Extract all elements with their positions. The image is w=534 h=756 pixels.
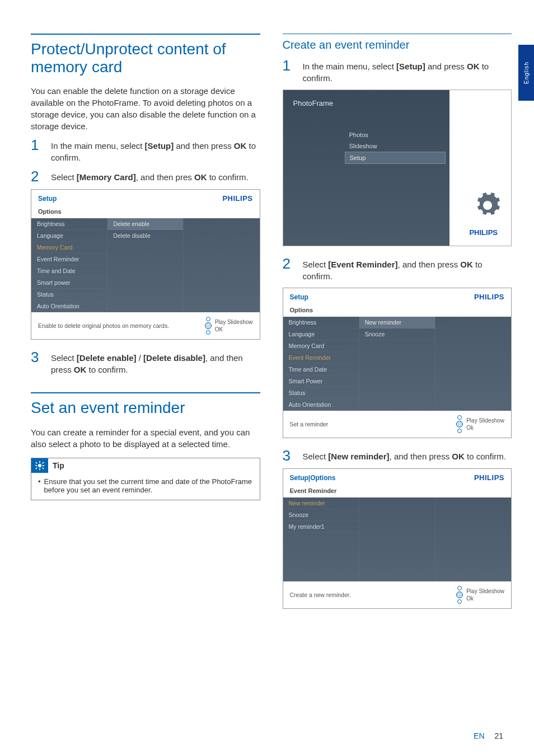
svg-rect-5 <box>35 462 38 464</box>
step-text: Select [Memory Card], and then pres OK t… <box>51 169 249 184</box>
svg-rect-1 <box>39 461 40 463</box>
menu-item: Memory Card <box>283 340 359 352</box>
menu-item: Brightness <box>31 218 107 230</box>
svg-rect-2 <box>39 468 40 470</box>
menu-item: Event Reminder <box>283 352 359 364</box>
step-text: Select [Delete enable] / [Delete disable… <box>51 350 260 375</box>
language-tab: English <box>518 45 534 101</box>
submenu-item: Delete disable <box>107 230 183 242</box>
heading-create-reminder: Create an event reminder <box>283 34 512 51</box>
menu-item: Auto Orientation <box>283 399 359 411</box>
tip-text: Ensure that you set the current time and… <box>44 477 253 494</box>
menu-item: Smart Power <box>283 375 359 387</box>
joystick-icon <box>205 317 212 335</box>
menu-item: Brightness <box>283 317 359 328</box>
shot-footer-text: Enable to delete original photos on memo… <box>38 322 169 329</box>
heading-set-reminder: Set an event reminder <box>31 392 260 417</box>
menu-item: Status <box>283 387 359 399</box>
ok-label: Ok <box>466 424 504 431</box>
play-slideshow-label: Play Slideshow <box>215 318 253 326</box>
shot-subtitle: Options <box>283 304 512 317</box>
philips-logo: PHILIPS <box>474 473 504 482</box>
heading-protect: Protect/Unprotect content of memory card <box>31 34 260 76</box>
tip-box: Tip • Ensure that you set the current ti… <box>31 458 260 500</box>
step-number: 2 <box>31 169 51 184</box>
menu-item: Time and Date <box>283 364 359 375</box>
joystick-icon <box>456 415 463 433</box>
intro-reminder: You can create a reminder for a special … <box>31 426 260 450</box>
step-text: In the main menu, select [Setup] and the… <box>51 138 260 163</box>
mainmenu-item: Setup <box>345 152 446 164</box>
menu-item: Language <box>283 328 359 340</box>
screenshot-new-reminder: Setup|Options PHILIPS Event Reminder New… <box>283 468 512 609</box>
screenshot-setup-eventreminder: Setup PHILIPS Options BrightnessLanguage… <box>283 288 512 438</box>
step-number: 1 <box>283 58 303 84</box>
screenshot-setup-memorycard: Setup PHILIPS Options BrightnessLanguage… <box>31 189 260 340</box>
menu-item: Status <box>31 289 107 300</box>
menu-item: Language <box>31 230 107 242</box>
philips-logo: PHILIPS <box>474 293 504 301</box>
shot-subtitle: Options <box>31 206 260 218</box>
shot-title: Setup <box>290 293 308 301</box>
menu-item: Auto Orentiation <box>31 300 107 312</box>
intro-protect: You can enable the delete function on a … <box>31 85 260 132</box>
shot-footer-text: Set a reminder <box>290 421 329 428</box>
shot-subtitle: Event Reminder <box>283 485 512 497</box>
left-column: Protect/Unprotect content of memory card… <box>31 34 260 619</box>
svg-rect-6 <box>42 467 44 469</box>
mainmenu-item: Photos <box>345 129 446 140</box>
svg-rect-3 <box>35 465 38 466</box>
play-slideshow-label: Play Slideshow <box>466 588 504 595</box>
svg-rect-4 <box>43 465 45 466</box>
svg-rect-8 <box>42 462 44 464</box>
submenu-item: Delete enable <box>107 218 183 230</box>
step-text: Select [New reminder], and then press OK… <box>303 448 507 463</box>
svg-rect-7 <box>35 467 38 469</box>
step-number: 2 <box>283 256 303 282</box>
gear-icon <box>474 192 501 219</box>
ok-label: OK <box>215 326 253 333</box>
menu-item: My reminder1 <box>283 521 359 533</box>
mainmenu-item: Slideshow <box>345 140 446 152</box>
menu-item: New reminder <box>283 497 359 509</box>
menu-item: Event Reminder <box>31 253 107 265</box>
shot-title: Setup|Options <box>290 474 336 482</box>
philips-logo: PHILIPS <box>222 194 252 203</box>
footer-lang: EN <box>474 731 484 740</box>
joystick-icon <box>456 586 463 604</box>
shot-footer-text: Create a new reminder. <box>290 591 351 598</box>
play-slideshow-label: Play Slideshow <box>466 417 504 424</box>
page-footer: EN 21 <box>474 731 503 740</box>
menu-item: Snooze <box>283 509 359 521</box>
tip-icon <box>31 458 48 473</box>
submenu-item: Snooze <box>359 328 435 340</box>
menu-item: Time and Date <box>31 265 107 277</box>
svg-point-0 <box>38 464 41 467</box>
tip-label: Tip <box>53 461 64 470</box>
right-column: Create an event reminder 1 In the main m… <box>283 34 512 619</box>
step-text: In the main menu, select [Setup] and pre… <box>303 58 512 84</box>
philips-logo: PHILIPS <box>466 227 501 238</box>
ok-label: Ok <box>466 595 504 602</box>
step-number: 3 <box>283 448 303 463</box>
step-number: 1 <box>31 138 51 163</box>
step-text: Select [Event Reminder], and then press … <box>303 256 512 282</box>
footer-page: 21 <box>494 731 503 740</box>
menu-item: Smart power <box>31 277 107 289</box>
menu-item: Memory Card <box>31 242 107 253</box>
screenshot-mainmenu: PhotoFrame PhotosSlideshowSetup PHILIPS <box>283 90 512 246</box>
shot-title: Setup <box>38 195 57 203</box>
bullet-icon: • <box>38 477 41 494</box>
submenu-item: New reminder <box>359 317 435 328</box>
step-number: 3 <box>31 350 51 375</box>
